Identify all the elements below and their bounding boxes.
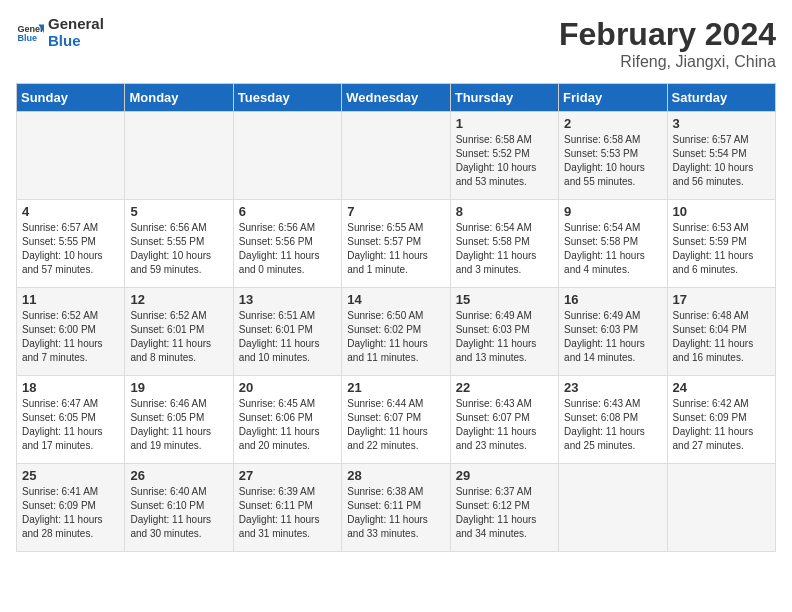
day-info: Sunrise: 6:52 AMSunset: 6:00 PMDaylight:… xyxy=(22,309,119,365)
calendar-cell xyxy=(233,112,341,200)
calendar-cell: 21Sunrise: 6:44 AMSunset: 6:07 PMDayligh… xyxy=(342,376,450,464)
page-header: General Blue General Blue February 2024 … xyxy=(16,16,776,71)
calendar-cell: 1Sunrise: 6:58 AMSunset: 5:52 PMDaylight… xyxy=(450,112,558,200)
day-info: Sunrise: 6:51 AMSunset: 6:01 PMDaylight:… xyxy=(239,309,336,365)
day-number: 21 xyxy=(347,380,444,395)
col-header-thursday: Thursday xyxy=(450,84,558,112)
day-info: Sunrise: 6:42 AMSunset: 6:09 PMDaylight:… xyxy=(673,397,770,453)
day-number: 11 xyxy=(22,292,119,307)
logo-icon: General Blue xyxy=(16,19,44,47)
day-info: Sunrise: 6:43 AMSunset: 6:08 PMDaylight:… xyxy=(564,397,661,453)
day-info: Sunrise: 6:50 AMSunset: 6:02 PMDaylight:… xyxy=(347,309,444,365)
calendar-cell: 17Sunrise: 6:48 AMSunset: 6:04 PMDayligh… xyxy=(667,288,775,376)
day-number: 14 xyxy=(347,292,444,307)
svg-text:Blue: Blue xyxy=(17,33,37,43)
day-info: Sunrise: 6:40 AMSunset: 6:10 PMDaylight:… xyxy=(130,485,227,541)
day-info: Sunrise: 6:45 AMSunset: 6:06 PMDaylight:… xyxy=(239,397,336,453)
col-header-wednesday: Wednesday xyxy=(342,84,450,112)
day-number: 6 xyxy=(239,204,336,219)
calendar-cell: 6Sunrise: 6:56 AMSunset: 5:56 PMDaylight… xyxy=(233,200,341,288)
day-number: 2 xyxy=(564,116,661,131)
day-number: 8 xyxy=(456,204,553,219)
day-number: 29 xyxy=(456,468,553,483)
calendar-cell xyxy=(125,112,233,200)
title-block: February 2024 Rifeng, Jiangxi, China xyxy=(559,16,776,71)
day-info: Sunrise: 6:58 AMSunset: 5:53 PMDaylight:… xyxy=(564,133,661,189)
calendar-cell: 23Sunrise: 6:43 AMSunset: 6:08 PMDayligh… xyxy=(559,376,667,464)
col-header-monday: Monday xyxy=(125,84,233,112)
col-header-saturday: Saturday xyxy=(667,84,775,112)
calendar-cell: 11Sunrise: 6:52 AMSunset: 6:00 PMDayligh… xyxy=(17,288,125,376)
day-number: 26 xyxy=(130,468,227,483)
calendar-cell xyxy=(559,464,667,552)
day-info: Sunrise: 6:44 AMSunset: 6:07 PMDaylight:… xyxy=(347,397,444,453)
day-info: Sunrise: 6:57 AMSunset: 5:55 PMDaylight:… xyxy=(22,221,119,277)
calendar-cell: 5Sunrise: 6:56 AMSunset: 5:55 PMDaylight… xyxy=(125,200,233,288)
calendar-cell: 15Sunrise: 6:49 AMSunset: 6:03 PMDayligh… xyxy=(450,288,558,376)
day-number: 5 xyxy=(130,204,227,219)
day-info: Sunrise: 6:56 AMSunset: 5:55 PMDaylight:… xyxy=(130,221,227,277)
day-info: Sunrise: 6:54 AMSunset: 5:58 PMDaylight:… xyxy=(564,221,661,277)
logo-line2: Blue xyxy=(48,33,104,50)
day-number: 27 xyxy=(239,468,336,483)
calendar-cell: 14Sunrise: 6:50 AMSunset: 6:02 PMDayligh… xyxy=(342,288,450,376)
calendar-cell: 24Sunrise: 6:42 AMSunset: 6:09 PMDayligh… xyxy=(667,376,775,464)
calendar-cell: 18Sunrise: 6:47 AMSunset: 6:05 PMDayligh… xyxy=(17,376,125,464)
calendar-cell: 25Sunrise: 6:41 AMSunset: 6:09 PMDayligh… xyxy=(17,464,125,552)
day-number: 19 xyxy=(130,380,227,395)
day-info: Sunrise: 6:38 AMSunset: 6:11 PMDaylight:… xyxy=(347,485,444,541)
day-number: 20 xyxy=(239,380,336,395)
day-info: Sunrise: 6:56 AMSunset: 5:56 PMDaylight:… xyxy=(239,221,336,277)
day-info: Sunrise: 6:39 AMSunset: 6:11 PMDaylight:… xyxy=(239,485,336,541)
logo-line1: General xyxy=(48,16,104,33)
calendar-cell: 22Sunrise: 6:43 AMSunset: 6:07 PMDayligh… xyxy=(450,376,558,464)
calendar-cell: 3Sunrise: 6:57 AMSunset: 5:54 PMDaylight… xyxy=(667,112,775,200)
day-info: Sunrise: 6:54 AMSunset: 5:58 PMDaylight:… xyxy=(456,221,553,277)
calendar-cell: 2Sunrise: 6:58 AMSunset: 5:53 PMDaylight… xyxy=(559,112,667,200)
calendar-cell: 29Sunrise: 6:37 AMSunset: 6:12 PMDayligh… xyxy=(450,464,558,552)
calendar-cell: 8Sunrise: 6:54 AMSunset: 5:58 PMDaylight… xyxy=(450,200,558,288)
day-info: Sunrise: 6:55 AMSunset: 5:57 PMDaylight:… xyxy=(347,221,444,277)
calendar-cell: 12Sunrise: 6:52 AMSunset: 6:01 PMDayligh… xyxy=(125,288,233,376)
logo: General Blue General Blue xyxy=(16,16,104,49)
calendar-cell: 27Sunrise: 6:39 AMSunset: 6:11 PMDayligh… xyxy=(233,464,341,552)
col-header-tuesday: Tuesday xyxy=(233,84,341,112)
day-number: 10 xyxy=(673,204,770,219)
calendar-cell: 19Sunrise: 6:46 AMSunset: 6:05 PMDayligh… xyxy=(125,376,233,464)
day-info: Sunrise: 6:49 AMSunset: 6:03 PMDaylight:… xyxy=(564,309,661,365)
day-number: 4 xyxy=(22,204,119,219)
day-number: 22 xyxy=(456,380,553,395)
calendar-table: SundayMondayTuesdayWednesdayThursdayFrid… xyxy=(16,83,776,552)
day-info: Sunrise: 6:57 AMSunset: 5:54 PMDaylight:… xyxy=(673,133,770,189)
calendar-cell: 9Sunrise: 6:54 AMSunset: 5:58 PMDaylight… xyxy=(559,200,667,288)
day-info: Sunrise: 6:47 AMSunset: 6:05 PMDaylight:… xyxy=(22,397,119,453)
day-number: 18 xyxy=(22,380,119,395)
day-number: 15 xyxy=(456,292,553,307)
day-number: 13 xyxy=(239,292,336,307)
day-info: Sunrise: 6:46 AMSunset: 6:05 PMDaylight:… xyxy=(130,397,227,453)
day-number: 25 xyxy=(22,468,119,483)
day-number: 23 xyxy=(564,380,661,395)
calendar-cell: 20Sunrise: 6:45 AMSunset: 6:06 PMDayligh… xyxy=(233,376,341,464)
day-number: 12 xyxy=(130,292,227,307)
day-number: 17 xyxy=(673,292,770,307)
day-number: 28 xyxy=(347,468,444,483)
calendar-cell: 13Sunrise: 6:51 AMSunset: 6:01 PMDayligh… xyxy=(233,288,341,376)
calendar-cell: 16Sunrise: 6:49 AMSunset: 6:03 PMDayligh… xyxy=(559,288,667,376)
day-info: Sunrise: 6:58 AMSunset: 5:52 PMDaylight:… xyxy=(456,133,553,189)
day-info: Sunrise: 6:43 AMSunset: 6:07 PMDaylight:… xyxy=(456,397,553,453)
calendar-cell xyxy=(342,112,450,200)
calendar-cell xyxy=(17,112,125,200)
day-number: 16 xyxy=(564,292,661,307)
day-number: 7 xyxy=(347,204,444,219)
day-number: 24 xyxy=(673,380,770,395)
calendar-cell: 26Sunrise: 6:40 AMSunset: 6:10 PMDayligh… xyxy=(125,464,233,552)
day-number: 1 xyxy=(456,116,553,131)
calendar-cell: 28Sunrise: 6:38 AMSunset: 6:11 PMDayligh… xyxy=(342,464,450,552)
main-title: February 2024 xyxy=(559,16,776,53)
subtitle: Rifeng, Jiangxi, China xyxy=(559,53,776,71)
day-info: Sunrise: 6:53 AMSunset: 5:59 PMDaylight:… xyxy=(673,221,770,277)
day-number: 3 xyxy=(673,116,770,131)
col-header-friday: Friday xyxy=(559,84,667,112)
day-info: Sunrise: 6:52 AMSunset: 6:01 PMDaylight:… xyxy=(130,309,227,365)
